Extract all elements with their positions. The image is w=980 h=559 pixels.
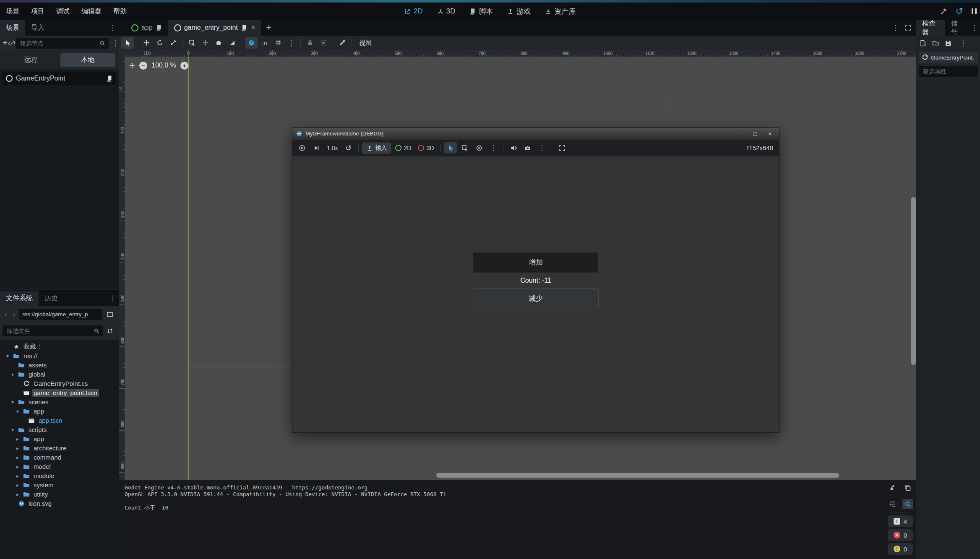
menu-help[interactable]: 帮助	[107, 7, 133, 16]
chevron-right-icon[interactable]: ▸	[14, 491, 21, 497]
scene-tab-game-entry-point[interactable]: game_entry_point ×	[168, 20, 261, 36]
increase-button[interactable]: 增加	[473, 252, 599, 273]
save-resource-button[interactable]	[945, 40, 951, 47]
list-select-button[interactable]	[459, 142, 471, 153]
chevron-down-icon[interactable]: ▾	[14, 408, 21, 414]
tree-item-assets[interactable]: assets	[1, 361, 118, 370]
zoom-in-button[interactable]: +	[180, 62, 188, 70]
collapse-messages-button[interactable]	[887, 499, 898, 509]
select-options-icon[interactable]: ⋮	[487, 144, 499, 151]
next-frame-button[interactable]	[310, 142, 323, 153]
suspend-button[interactable]	[296, 142, 308, 153]
tree-item-game-entry-point-tscn[interactable]: game_entry_point.tscn	[1, 388, 118, 398]
game-window-titlebar[interactable]: MyGFrameworkGame (DEBUG) − □ ×	[292, 128, 779, 140]
camera-button[interactable]	[521, 142, 534, 153]
tab-signals[interactable]: 信号	[945, 20, 968, 36]
load-resource-button[interactable]	[932, 40, 939, 47]
tab-import-dock[interactable]: 导入	[25, 20, 50, 36]
select-tool-button[interactable]	[121, 37, 134, 49]
chevron-down-icon[interactable]: ▾	[4, 353, 11, 359]
grid-snap-button[interactable]	[272, 37, 284, 49]
restart-icon[interactable]: ↺	[342, 142, 354, 153]
workspace-game[interactable]: 游戏	[503, 7, 535, 16]
messages-badge[interactable]: ! 4	[888, 515, 913, 527]
workspace-script[interactable]: 脚本	[465, 7, 497, 16]
embed-fullscreen-button[interactable]	[556, 142, 568, 153]
decrease-button[interactable]: 减少	[473, 288, 599, 309]
tree-item-architecture[interactable]: ▸ architecture	[1, 444, 118, 453]
debug-2d-toggle[interactable]: 2D	[393, 145, 414, 151]
filter-properties-input[interactable]	[922, 68, 975, 75]
scene-tree-root-node[interactable]: GameEntryPoint	[3, 72, 116, 85]
rotate-tool-button[interactable]	[154, 37, 166, 49]
nav-back-icon[interactable]: ‹	[3, 310, 9, 319]
tree-item-icon-svg[interactable]: icon.svg	[1, 499, 118, 508]
chevron-right-icon[interactable]: ▸	[14, 455, 21, 460]
select-mode-button[interactable]	[444, 142, 457, 153]
chevron-right-icon[interactable]: ▸	[14, 464, 21, 470]
group-button[interactable]	[317, 37, 330, 49]
camera-override-button[interactable]	[473, 142, 485, 153]
debug-3d-toggle[interactable]: 3D	[415, 145, 436, 151]
maximize-button[interactable]: □	[749, 130, 761, 137]
filter-nodes-input[interactable]	[19, 39, 97, 47]
remote-button[interactable]: 远程	[3, 53, 59, 67]
ruler-tool-button[interactable]	[226, 37, 239, 49]
search-output-button[interactable]	[902, 499, 913, 509]
workspace-assetlib[interactable]: 资产库	[541, 7, 580, 16]
workspace-3d[interactable]: 3D	[433, 7, 460, 16]
sort-files-icon[interactable]	[104, 325, 116, 336]
horizontal-scrollbar[interactable]	[436, 473, 839, 478]
tab-history[interactable]: 历史	[39, 291, 64, 306]
more-options-icon[interactable]: ⋮	[536, 144, 548, 151]
expand-icon[interactable]	[905, 24, 912, 31]
tab-list-menu-icon[interactable]: ⋮	[889, 24, 902, 31]
close-icon[interactable]: ×	[251, 24, 255, 31]
tool-hammer-icon[interactable]	[940, 8, 947, 15]
pause-button[interactable]	[972, 8, 977, 14]
scene-tab-app[interactable]: app	[125, 20, 168, 36]
close-button[interactable]: ×	[764, 130, 776, 137]
tab-filesystem[interactable]: 文件系统	[0, 291, 39, 306]
input-mode-toggle[interactable]: 输入	[362, 143, 391, 153]
menu-project[interactable]: 项目	[25, 7, 50, 16]
chevron-down-icon[interactable]: ▾	[9, 399, 16, 405]
local-button[interactable]: 本地	[60, 53, 116, 67]
move-tool-button[interactable]	[140, 37, 153, 49]
instance-scene-button[interactable]	[8, 37, 15, 49]
path-field[interactable]: res://global/game_entry_p	[19, 309, 102, 320]
menu-debug[interactable]: 调试	[50, 7, 76, 16]
dock-menu-icon[interactable]: ⋮	[107, 24, 119, 31]
nav-forward-icon[interactable]: ›	[11, 310, 18, 319]
snap-options-icon[interactable]: ⋮	[285, 39, 297, 47]
snap-dots-button[interactable]: :n	[258, 37, 271, 49]
2d-viewport[interactable]: -100010020030040050060070080090010001100…	[119, 50, 916, 480]
edited-object-row[interactable]: GameEntryPoint.	[919, 52, 978, 63]
chevron-right-icon[interactable]: ▸	[14, 482, 21, 488]
speed-multiplier[interactable]: 1.0x	[324, 145, 340, 151]
clear-output-button[interactable]	[887, 483, 898, 493]
chevron-right-icon[interactable]: ▸	[14, 445, 21, 451]
lock-button[interactable]	[304, 37, 316, 49]
new-resource-button[interactable]	[920, 40, 926, 47]
list-select-button[interactable]	[186, 37, 198, 49]
game-debug-window[interactable]: MyGFrameworkGame (DEBUG) − □ × 1.0x ↺	[292, 127, 779, 433]
workspace-2d[interactable]: 2D	[400, 7, 427, 16]
resource-menu-icon[interactable]: ⋮	[957, 40, 970, 47]
tree-item-system[interactable]: ▸ system	[1, 481, 118, 490]
menu-scene[interactable]: 场景	[0, 7, 25, 16]
tree-item-res[interactable]: ▾ res://	[1, 351, 118, 361]
scale-tool-button[interactable]	[167, 37, 180, 49]
copy-output-button[interactable]	[902, 483, 913, 493]
update-spinner-icon[interactable]: ↺	[956, 7, 963, 16]
pivot-tool-button[interactable]	[199, 37, 212, 49]
tree-item-utility[interactable]: ▸ utility	[1, 490, 118, 499]
skeleton-options-button[interactable]	[336, 37, 349, 49]
chevron-right-icon[interactable]: ▸	[14, 436, 21, 442]
tree-item-model[interactable]: ▸ model	[1, 462, 118, 471]
warnings-badge[interactable]: ! 0	[888, 543, 913, 555]
tree-item-gameentrypoint-cs[interactable]: GameEntryPoint.cs	[1, 379, 118, 388]
minimize-button[interactable]: −	[735, 130, 746, 137]
chevron-down-icon[interactable]: ▾	[9, 372, 16, 377]
tree-item-app-folder[interactable]: ▾ app	[1, 407, 118, 416]
